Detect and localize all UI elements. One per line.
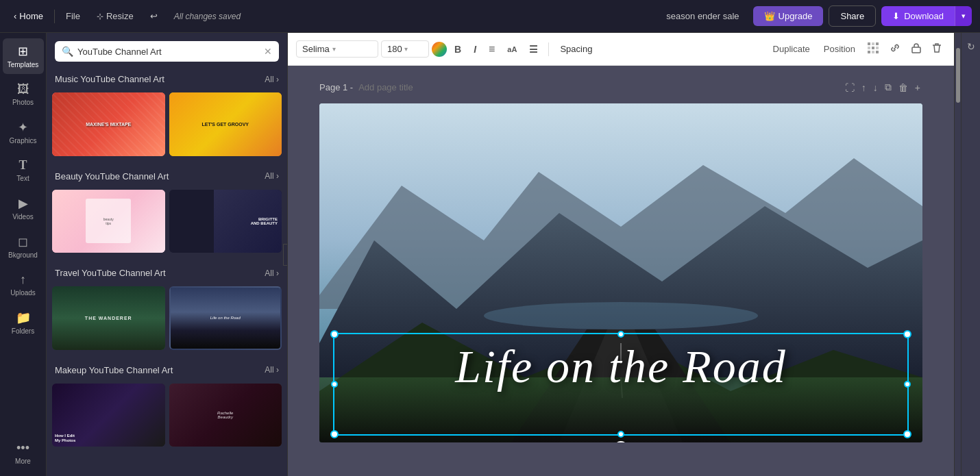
panel-content: Music YouTube Channel Art All › MAXINE'S… (47, 70, 287, 476)
search-input[interactable] (77, 47, 260, 57)
makeup-template-grid: How I EditMy Photos RachelleBeaudry (52, 384, 282, 447)
sidebar-item-videos[interactable]: ▶ Videos (3, 190, 44, 226)
section-header-music: Music YouTube Channel Art All › (52, 70, 282, 88)
sidebar-item-label: Graphics (9, 137, 36, 145)
sidebar-item-label: Uploads (10, 289, 36, 297)
text-color-picker[interactable] (432, 42, 447, 57)
resize-button[interactable]: ⊹ Resize (91, 8, 139, 25)
spacing-button[interactable]: Spacing (554, 40, 598, 58)
makeup-section-title: Makeup YouTube Channel Art (55, 365, 173, 375)
svg-rect-0 (868, 42, 870, 45)
nav-separator (54, 10, 55, 23)
download-caret-button[interactable]: ▾ (955, 6, 972, 26)
page-expand-button[interactable]: ⛶ (843, 80, 857, 95)
sidebar-item-label: Templates (8, 61, 39, 68)
bold-button[interactable]: B (450, 40, 466, 58)
page-up-button[interactable]: ↑ (859, 80, 868, 95)
sidebar-item-photos[interactable]: 🖼 Photos (3, 77, 44, 112)
search-clear-button[interactable]: ✕ (264, 46, 272, 57)
travel-template-grid: THE WANDERER Life on the Road (52, 286, 282, 350)
page-delete-button[interactable]: 🗑 (896, 80, 910, 95)
undo-button[interactable]: ↩ (145, 8, 163, 25)
sidebar-item-label: Bkground (8, 251, 38, 259)
sidebar-item-background[interactable]: ◻ Bkground (3, 229, 44, 264)
page-title-input[interactable] (358, 82, 474, 92)
canvas-area: Page 1 - ⛶ ↑ ↓ ⧉ 🗑 + (288, 66, 954, 476)
sidebar-item-text[interactable]: T Text (3, 153, 44, 188)
position-button[interactable]: Position (818, 40, 861, 58)
font-size-select[interactable]: 180 ▾ (381, 40, 429, 58)
makeup-section: Makeup YouTube Channel Art All › How I E… (52, 361, 282, 447)
formatting-toolbar: Selima ▾ 180 ▾ B I ≡ aA ☰ Spacing Duplic… (288, 33, 954, 66)
download-group: ⬇ Download ▾ (881, 6, 972, 26)
text-align-button[interactable]: ≡ (484, 40, 500, 59)
search-area: 🔍 ✕ (47, 33, 287, 70)
music-template-grid: MAXINE'S MIXTAPE LET'S GET GROOVY (52, 92, 282, 156)
font-family-select[interactable]: Selima ▾ (296, 40, 378, 58)
saved-status: All changes saved (174, 12, 241, 21)
sidebar-item-more[interactable]: ••• More (3, 436, 44, 471)
beauty-all-button[interactable]: All › (265, 171, 279, 181)
template-thumb-music1[interactable]: MAXINE'S MIXTAPE (52, 92, 165, 156)
text-case-button[interactable]: aA (502, 42, 522, 57)
template-thumb-travel2[interactable]: Life on the Road (169, 286, 282, 350)
photos-icon: 🖼 (17, 82, 29, 97)
svg-rect-4 (872, 47, 874, 49)
share-button[interactable]: Share (829, 5, 876, 27)
right-panel-button[interactable]: ↻ (964, 38, 978, 55)
editor-area: Selima ▾ 180 ▾ B I ≡ aA ☰ Spacing Duplic… (288, 33, 954, 476)
scrollbar-thumb[interactable] (956, 48, 960, 103)
page-down-button[interactable]: ↓ (871, 80, 880, 95)
template-thumb-music2[interactable]: LET'S GET GROOVY (169, 92, 282, 156)
font-size-dropdown-icon: ▾ (404, 45, 408, 53)
left-sidebar: ⊞ Templates 🖼 Photos ✦ Graphics T Text ▶… (0, 33, 47, 476)
home-button[interactable]: ‹ Home (8, 8, 49, 25)
music-all-button[interactable]: All › (265, 75, 279, 84)
sidebar-item-uploads[interactable]: ↑ Uploads (3, 267, 44, 302)
page-copy-button[interactable]: ⧉ (883, 79, 894, 95)
link-button[interactable] (885, 39, 905, 60)
main-layout: ⊞ Templates 🖼 Photos ✦ Graphics T Text ▶… (0, 33, 980, 476)
template-thumb-beauty2[interactable]: BRIGITTEAND BEAUTY (169, 190, 282, 253)
toolbar-separator (548, 42, 549, 56)
sidebar-item-templates[interactable]: ⊞ Templates (3, 38, 44, 74)
canvas-page-1[interactable]: ↻ Life on the Road (319, 103, 922, 442)
italic-button[interactable]: I (469, 40, 481, 58)
page-label: Page 1 - (319, 82, 353, 92)
sidebar-item-graphics[interactable]: ✦ Graphics (3, 114, 44, 150)
texture-button[interactable] (863, 39, 883, 60)
list-button[interactable]: ☰ (524, 40, 543, 58)
season-sale-button[interactable]: season ender sale (658, 8, 747, 25)
template-thumb-beauty1[interactable]: beautytips (52, 190, 165, 253)
uploads-icon: ↑ (20, 273, 26, 287)
svg-rect-9 (912, 47, 920, 53)
beauty-section-title: Beauty YouTube Channel Art (55, 171, 169, 181)
crown-icon: 👑 (764, 11, 775, 21)
download-button[interactable]: ⬇ Download (881, 6, 955, 26)
file-button[interactable]: File (60, 8, 86, 25)
travel-all-button[interactable]: All › (265, 268, 279, 278)
template-thumb-travel1[interactable]: THE WANDERER (52, 286, 165, 350)
svg-rect-3 (868, 47, 870, 49)
sidebar-item-folders[interactable]: 📁 Folders (3, 305, 44, 340)
canvas-background (319, 103, 922, 442)
svg-rect-1 (872, 42, 874, 45)
template-thumb-makeup2[interactable]: RachelleBeaudry (169, 384, 282, 447)
section-header-beauty: Beauty YouTube Channel Art All › (52, 167, 282, 186)
lock-button[interactable] (907, 39, 925, 60)
sidebar-item-label: Folders (12, 327, 34, 335)
upgrade-button[interactable]: 👑 Upgrade (753, 6, 824, 26)
panel-collapse-button[interactable]: ‹ (283, 244, 288, 266)
page-add-button[interactable]: + (913, 80, 922, 95)
delete-button[interactable] (928, 39, 946, 60)
top-navigation: ‹ Home File ⊹ Resize ↩ All changes saved… (0, 0, 980, 33)
travel-section: Travel YouTube Channel Art All › THE WAN… (52, 264, 282, 350)
font-dropdown-icon: ▾ (332, 45, 336, 53)
music-section: Music YouTube Channel Art All › MAXINE'S… (52, 70, 282, 156)
makeup-all-button[interactable]: All › (265, 365, 279, 375)
section-header-makeup: Makeup YouTube Channel Art All › (52, 361, 282, 379)
duplicate-button[interactable]: Duplicate (768, 40, 816, 58)
template-thumb-makeup1[interactable]: How I EditMy Photos (52, 384, 165, 447)
sidebar-item-label: Photos (12, 99, 34, 106)
vertical-scrollbar[interactable] (954, 33, 961, 476)
